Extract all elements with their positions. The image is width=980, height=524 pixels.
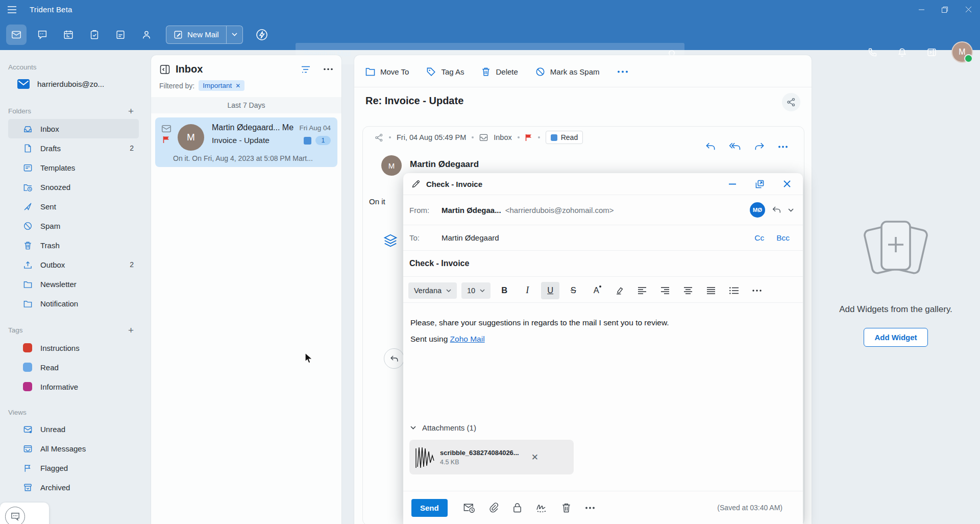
from-avatar[interactable]: MØ <box>750 202 765 218</box>
sidebar-item-trash[interactable]: Trash <box>8 235 139 255</box>
reading-more-icon[interactable] <box>617 70 628 73</box>
account-item[interactable]: harrierdubois@zo... <box>0 74 147 94</box>
sidebar-item-newsletter[interactable]: Newsletter <box>8 274 139 294</box>
send-button[interactable]: Send <box>411 499 448 517</box>
mark-as-spam-button[interactable]: Mark as Spam <box>535 67 600 77</box>
reply-mode-icon[interactable] <box>772 206 781 214</box>
signature-icon[interactable] <box>536 503 548 513</box>
reading-toolbar: Move To Tag As Delete Mark as Spam <box>365 61 628 82</box>
add-widget-button[interactable]: Add Widget <box>864 328 927 347</box>
to-value[interactable]: Martin Ødegaard <box>442 233 499 242</box>
attachment-item[interactable]: scribble_638274084026... 4.5 KB ✕ <box>409 440 574 474</box>
compose-minimize-icon[interactable] <box>729 183 736 185</box>
list-more-icon[interactable] <box>323 68 333 70</box>
compose-close-icon[interactable] <box>783 180 791 187</box>
sidebar-item-inbox[interactable]: Inbox <box>8 119 139 138</box>
hamburger-menu-icon[interactable] <box>0 0 23 19</box>
schedule-send-icon[interactable] <box>463 502 475 513</box>
filter-icon[interactable] <box>301 65 311 74</box>
to-row[interactable]: To: Martin Ødegaard Cc Bcc <box>403 225 803 250</box>
important-filter-chip[interactable]: Important ✕ <box>199 80 244 91</box>
sidebar-view-flagged[interactable]: Flagged <box>8 458 139 478</box>
encrypt-lock-icon[interactable] <box>512 502 522 513</box>
add-folder-icon[interactable]: + <box>128 106 134 116</box>
delete-button[interactable]: Delete <box>481 67 518 77</box>
bullet-list-button[interactable] <box>725 282 743 299</box>
chevron-down-icon <box>480 289 485 292</box>
share-message-icon[interactable] <box>375 133 383 142</box>
notes-module-icon[interactable] <box>110 25 131 45</box>
calendar-module-icon[interactable] <box>58 25 79 45</box>
quick-reply-button[interactable] <box>384 348 404 369</box>
compose-footer-more-icon[interactable] <box>585 507 595 509</box>
sidebar-tag-instructions[interactable]: Instructions <box>8 338 139 358</box>
reply-icon[interactable] <box>705 142 716 151</box>
sidebar-item-drafts[interactable]: Drafts 2 <box>8 138 139 158</box>
remove-filter-icon[interactable]: ✕ <box>235 82 240 89</box>
from-row[interactable]: From: Martin Ødegaa... <harrierdubois@zo… <box>403 195 803 225</box>
window-restore-icon[interactable] <box>933 0 957 19</box>
font-color-button[interactable]: A <box>587 282 605 299</box>
justify-button[interactable] <box>702 282 720 299</box>
new-mail-split-button: New Mail <box>166 26 243 44</box>
new-mail-dropdown-icon[interactable] <box>227 33 242 36</box>
attach-file-icon[interactable] <box>488 502 499 513</box>
window-close-icon[interactable] <box>957 0 980 19</box>
sidebar-tag-read[interactable]: Read <box>8 358 139 377</box>
tasks-module-icon[interactable] <box>84 25 105 45</box>
sidebar-view-unread[interactable]: Unread <box>8 419 139 439</box>
sidebar-item-spam[interactable]: Spam <box>8 216 139 235</box>
message-more-icon[interactable] <box>778 146 788 148</box>
italic-button[interactable]: I <box>518 282 536 299</box>
reply-mode-caret-icon[interactable] <box>788 208 794 212</box>
new-mail-button[interactable]: New Mail <box>166 30 226 39</box>
chat-module-icon[interactable] <box>32 25 53 45</box>
sidebar-view-all-messages[interactable]: All Messages <box>8 439 139 458</box>
mail-list-item[interactable]: M Martin Ødegaard... Me Fri Aug 04 Invoi… <box>155 117 337 167</box>
font-size-select[interactable]: 10 <box>461 282 491 299</box>
strikethrough-button[interactable]: S <box>564 282 582 299</box>
bold-button[interactable]: B <box>495 282 513 299</box>
align-center-button[interactable] <box>679 282 697 299</box>
bcc-button[interactable]: Bcc <box>776 233 790 243</box>
compose-body[interactable]: Please, share your suggestions in regard… <box>403 302 803 344</box>
discard-trash-icon[interactable] <box>561 503 571 513</box>
font-family-select[interactable]: Verdana <box>408 282 457 299</box>
compose-popout-icon[interactable] <box>755 180 764 188</box>
sidebar-item-notification[interactable]: Notification <box>8 294 139 313</box>
collapse-pane-icon[interactable] <box>159 64 170 75</box>
flag-red-icon <box>163 136 170 144</box>
highlight-button[interactable] <box>610 282 628 299</box>
move-to-button[interactable]: Move To <box>365 67 409 76</box>
zoho-mail-link[interactable]: Zoho Mail <box>450 335 485 343</box>
forward-icon[interactable] <box>754 142 765 151</box>
reply-all-icon[interactable] <box>729 142 741 151</box>
email-sender: Martin Ødegaard... Me <box>212 123 293 132</box>
zia-lightning-icon[interactable] <box>252 25 272 44</box>
window-minimize-icon[interactable] <box>910 0 933 19</box>
feedback-chat-icon[interactable] <box>5 507 25 524</box>
sidebar-tag-informative[interactable]: Informative <box>8 377 139 396</box>
share-thread-icon[interactable] <box>782 93 800 111</box>
sidebar-item-snoozed[interactable]: Snoozed <box>8 177 139 197</box>
sidebar-item-templates[interactable]: Templates <box>8 158 139 177</box>
compose-subject[interactable]: Check - Invoice <box>409 259 469 268</box>
sidebar-item-sent[interactable]: Sent <box>8 197 139 216</box>
align-left-button[interactable] <box>633 282 651 299</box>
subject-row[interactable]: Check - Invoice <box>403 250 803 276</box>
tag-as-button[interactable]: Tag As <box>426 67 464 77</box>
sidebar-view-archived[interactable]: Archived <box>8 478 139 497</box>
remove-attachment-icon[interactable]: ✕ <box>531 452 538 463</box>
message-folder[interactable]: Inbox <box>494 133 511 141</box>
cc-button[interactable]: Cc <box>754 233 764 243</box>
attachments-header[interactable]: Attachments (1) <box>410 423 476 432</box>
align-right-button[interactable] <box>656 282 674 299</box>
sidebar-item-outbox[interactable]: Outbox 2 <box>8 255 139 274</box>
underline-button[interactable]: U <box>541 282 559 299</box>
add-tag-icon[interactable]: + <box>128 325 134 335</box>
format-more-icon[interactable] <box>748 282 766 299</box>
message-flag-icon[interactable] <box>525 134 532 141</box>
contacts-module-icon[interactable] <box>136 25 157 45</box>
read-tag-chip[interactable]: Read <box>546 131 583 144</box>
mail-module-icon[interactable] <box>6 25 27 45</box>
